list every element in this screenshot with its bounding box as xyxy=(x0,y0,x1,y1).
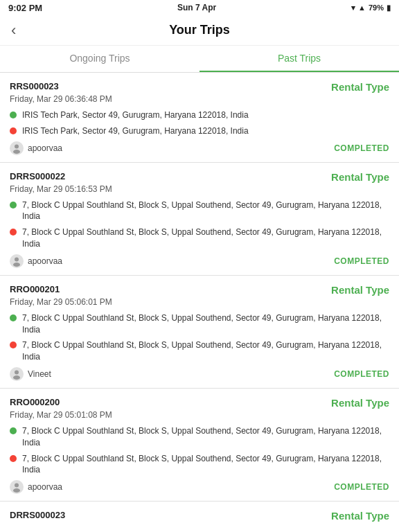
avatar xyxy=(10,254,24,268)
trip-card-header: RRO000200 Rental Type xyxy=(10,397,389,409)
svg-point-0 xyxy=(15,144,19,148)
page-title: Your Trips xyxy=(11,23,388,37)
dropoff-row: IRIS Tech Park, Sector 49, Gurugram, Har… xyxy=(10,125,389,137)
user-row: apoorvaa xyxy=(10,480,62,494)
dropoff-row: 7, Block C Uppal Southland St, Block S, … xyxy=(10,339,389,363)
dropoff-row: 7, Block C Uppal Southland St, Block S, … xyxy=(10,227,389,250)
pickup-dot xyxy=(10,112,17,118)
tab-ongoing[interactable]: Ongoing Trips xyxy=(0,46,200,72)
status-badge: COMPLETED xyxy=(334,369,389,379)
wifi-icon: ▾ xyxy=(351,3,355,12)
trip-id: RRO000200 xyxy=(10,397,60,407)
rental-type-label: Rental Type xyxy=(331,81,389,93)
trip-date: Friday, Mar 29 05:16:53 PM xyxy=(10,184,389,194)
avatar xyxy=(10,367,24,381)
status-icons: ▾ ▲ 79% ▮ xyxy=(351,3,391,12)
status-bar: 9:02 PM Sun 7 Apr ▾ ▲ 79% ▮ xyxy=(0,0,399,15)
trip-card[interactable]: RRO000200 Rental Type Friday, Mar 29 05:… xyxy=(0,389,399,502)
avatar xyxy=(10,141,24,155)
avatar xyxy=(10,480,24,494)
svg-point-7 xyxy=(13,488,20,493)
status-day: Sun 7 Apr xyxy=(177,3,216,12)
battery-label: 79% xyxy=(369,3,384,12)
svg-point-3 xyxy=(13,263,20,267)
svg-point-4 xyxy=(15,370,19,374)
dropoff-address: 7, Block C Uppal Southland St, Block S, … xyxy=(22,227,389,250)
trip-id: DRRS000023 xyxy=(10,510,65,520)
tab-past[interactable]: Past Trips xyxy=(200,46,399,72)
trip-footer: apoorvaa COMPLETED xyxy=(10,141,389,155)
battery-icon: ▮ xyxy=(387,3,391,12)
status-badge: COMPLETED xyxy=(334,256,389,266)
pickup-dot xyxy=(10,427,17,434)
pickup-address: IRIS Tech Park, Sector 49, Gurugram, Har… xyxy=(22,109,249,121)
trip-card-header: DRRS000022 Rental Type xyxy=(10,171,389,183)
dropoff-row: 7, Block C Uppal Southland St, Block S, … xyxy=(10,453,389,477)
rental-type-label: Rental Type xyxy=(331,171,389,183)
pickup-address: 7, Block C Uppal Southland St, Block S, … xyxy=(22,425,389,449)
rental-type-label: Rental Type xyxy=(331,284,389,296)
trip-id: RRO000201 xyxy=(10,284,60,294)
trip-card[interactable]: RRO000201 Rental Type Friday, Mar 29 05:… xyxy=(0,276,399,389)
trip-id: DRRS000022 xyxy=(10,171,65,181)
dropoff-address: IRIS Tech Park, Sector 49, Gurugram, Har… xyxy=(22,125,249,137)
dropoff-address: 7, Block C Uppal Southland St, Block S, … xyxy=(22,453,389,477)
svg-point-2 xyxy=(15,257,19,261)
user-row: apoorvaa xyxy=(10,254,62,268)
svg-point-5 xyxy=(13,375,20,380)
dropoff-dot xyxy=(10,127,17,134)
user-name: apoorvaa xyxy=(28,482,62,492)
dropoff-dot xyxy=(10,342,17,348)
tab-bar: Ongoing Trips Past Trips xyxy=(0,46,399,73)
svg-point-6 xyxy=(15,484,19,488)
back-button[interactable]: ‹ xyxy=(11,21,16,39)
dropoff-address: 7, Block C Uppal Southland St, Block S, … xyxy=(22,339,389,363)
status-badge: COMPLETED xyxy=(334,482,389,492)
rental-type-label: Rental Type xyxy=(331,510,389,522)
user-name: apoorvaa xyxy=(28,143,62,153)
pickup-dot xyxy=(10,202,17,209)
trip-date: Friday, Mar 29 05:06:01 PM xyxy=(10,297,389,307)
trip-list: RRS000023 Rental Type Friday, Mar 29 06:… xyxy=(0,73,399,530)
trip-footer: apoorvaa COMPLETED xyxy=(10,480,389,494)
pickup-row: 7, Block C Uppal Southland St, Block S, … xyxy=(10,200,389,223)
trip-id: RRS000023 xyxy=(10,81,59,91)
rental-type-label: Rental Type xyxy=(331,397,389,409)
trip-card[interactable]: RRS000023 Rental Type Friday, Mar 29 06:… xyxy=(0,73,399,163)
pickup-row: 7, Block C Uppal Southland St, Block S, … xyxy=(10,312,389,336)
svg-point-1 xyxy=(13,150,20,154)
status-time: 9:02 PM xyxy=(8,3,42,13)
pickup-address: 7, Block C Uppal Southland St, Block S, … xyxy=(22,200,389,223)
header: ‹ Your Trips xyxy=(0,15,399,46)
trip-card[interactable]: DRRS000023 Rental Type xyxy=(0,502,399,530)
dropoff-dot xyxy=(10,455,17,462)
trip-date: Friday, Mar 29 05:01:08 PM xyxy=(10,410,389,420)
pickup-address: 7, Block C Uppal Southland St, Block S, … xyxy=(22,312,389,336)
trip-card-header: DRRS000023 Rental Type xyxy=(10,510,389,522)
user-name: apoorvaa xyxy=(28,256,62,266)
trip-footer: apoorvaa COMPLETED xyxy=(10,254,389,268)
trip-card-header: RRO000201 Rental Type xyxy=(10,284,389,296)
pickup-dot xyxy=(10,314,17,321)
user-row: Vineet xyxy=(10,367,51,381)
trip-card-header: RRS000023 Rental Type xyxy=(10,81,389,93)
pickup-row: 7, Block C Uppal Southland St, Block S, … xyxy=(10,425,389,449)
trip-footer: Vineet COMPLETED xyxy=(10,367,389,381)
status-badge: COMPLETED xyxy=(334,143,389,153)
trip-date: Friday, Mar 29 06:36:48 PM xyxy=(10,94,389,104)
user-name: Vineet xyxy=(28,369,51,379)
pickup-row: IRIS Tech Park, Sector 49, Gurugram, Har… xyxy=(10,109,389,121)
trip-card[interactable]: DRRS000022 Rental Type Friday, Mar 29 05… xyxy=(0,163,399,276)
signal-icon: ▲ xyxy=(358,3,366,12)
user-row: apoorvaa xyxy=(10,141,62,155)
dropoff-dot xyxy=(10,229,17,236)
